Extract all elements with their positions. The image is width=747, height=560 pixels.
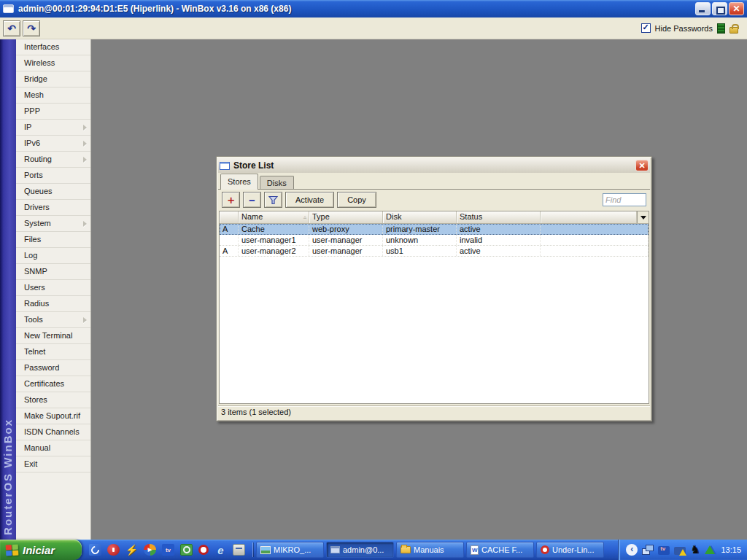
- brand-text: RouterOS WinBox: [1, 419, 14, 535]
- brand-strip: RouterOS WinBox: [0, 39, 16, 540]
- store-table: Name▵ Type Disk Status A Cache web-proxy…: [219, 211, 649, 404]
- tab-disks[interactable]: Disks: [260, 176, 294, 190]
- windows-media-player-icon[interactable]: [144, 544, 156, 556]
- column-header-flag[interactable]: [220, 211, 239, 223]
- store-list-toolbar: ＋ − Activate Copy: [218, 190, 650, 210]
- sidebar-item-queues[interactable]: Queues: [16, 184, 90, 200]
- activate-button[interactable]: Activate: [285, 192, 334, 208]
- sidebar-item-new-terminal[interactable]: New Terminal: [16, 328, 90, 344]
- tv-tuner-icon[interactable]: [658, 546, 670, 555]
- store-list-close-button[interactable]: ✕: [635, 160, 649, 171]
- main-titlebar: admin@00:01:29:94:D1:E5 (Hiperlink) - Wi…: [0, 0, 747, 18]
- opera-ring-icon[interactable]: [198, 545, 209, 555]
- column-header-disk[interactable]: Disk: [383, 211, 457, 223]
- sidebar-item-certificates[interactable]: Certificates: [16, 376, 90, 392]
- copy-button[interactable]: Copy: [337, 192, 376, 208]
- winamp-lightning-icon[interactable]: ⚡: [125, 544, 138, 556]
- store-list-window-icon: [220, 162, 230, 170]
- sidebar-item-exit[interactable]: Exit: [16, 456, 90, 472]
- sort-ascending-icon: ▵: [303, 214, 306, 220]
- quick-launch-bar: ⚡ e: [82, 544, 252, 556]
- tray-clock: 13:15: [721, 545, 741, 554]
- sidebar-item-users[interactable]: Users: [16, 280, 90, 296]
- tv-app-icon[interactable]: [162, 544, 174, 556]
- sidebar-item-make-supout[interactable]: Make Supout.rif: [16, 408, 90, 424]
- tab-stores[interactable]: Stores: [220, 174, 258, 190]
- internet-explorer-icon[interactable]: e: [214, 544, 227, 556]
- window-title: admin@00:01:29:94:D1:E5 (Hiperlink) - Wi…: [18, 4, 291, 14]
- filter-button[interactable]: [264, 192, 282, 208]
- sidebar-item-files[interactable]: Files: [16, 232, 90, 248]
- sidebar-item-log[interactable]: Log: [16, 248, 90, 264]
- submenu-arrow-icon: [83, 317, 87, 323]
- sidebar-item-isdn-channels[interactable]: ISDN Channels: [16, 424, 90, 440]
- store-list-titlebar[interactable]: Store List ✕: [218, 158, 650, 173]
- start-button-label: Iniciar: [23, 544, 55, 556]
- hide-passwords-label: Hide Passwords: [655, 24, 713, 33]
- column-header-status[interactable]: Status: [457, 211, 541, 223]
- msn-swirl-icon[interactable]: [89, 544, 101, 556]
- word-document-icon: [471, 545, 479, 555]
- column-chooser-dropdown[interactable]: [637, 211, 649, 223]
- sidebar-item-manual[interactable]: Manual: [16, 440, 90, 456]
- collapse-chevron-icon[interactable]: ‹: [626, 544, 638, 556]
- folder-icon: [400, 546, 411, 553]
- sidebar-item-mesh[interactable]: Mesh: [16, 88, 90, 104]
- store-table-header: Name▵ Type Disk Status: [220, 211, 649, 224]
- sidebar-item-telnet[interactable]: Telnet: [16, 344, 90, 360]
- undo-button[interactable]: ↶: [3, 20, 20, 36]
- sidebar-item-tools[interactable]: Tools: [16, 312, 90, 328]
- sidebar-item-password[interactable]: Password: [16, 360, 90, 376]
- main-toolbar: ↶ ↷ Hide Passwords: [0, 18, 747, 39]
- add-button[interactable]: ＋: [222, 192, 240, 208]
- task-button-mikro[interactable]: MIKRO_...: [256, 542, 324, 558]
- column-header-spacer: [541, 211, 637, 223]
- sidebar-item-radius[interactable]: Radius: [16, 296, 90, 312]
- hide-passwords-checkbox[interactable]: [641, 23, 651, 33]
- table-row[interactable]: A Cache web-proxy primary-master active: [220, 224, 649, 235]
- triangle-logo-icon[interactable]: [705, 545, 715, 554]
- sidebar-item-system[interactable]: System: [16, 216, 90, 232]
- column-header-type[interactable]: Type: [309, 211, 383, 223]
- show-desktop-icon[interactable]: [233, 544, 245, 556]
- sidebar-item-routing[interactable]: Routing: [16, 152, 90, 168]
- sidebar-item-bridge[interactable]: Bridge: [16, 71, 90, 88]
- sidebar-item-ppp[interactable]: PPP: [16, 104, 90, 120]
- sidebar-item-drivers[interactable]: Drivers: [16, 200, 90, 216]
- filter-funnel-icon: [268, 195, 278, 205]
- sidebar-item-stores[interactable]: Stores: [16, 392, 90, 408]
- sidebar-item-ipv6[interactable]: IPv6: [16, 136, 90, 152]
- animal-silhouette-icon[interactable]: ♞: [690, 545, 700, 555]
- sidebar-item-ports[interactable]: Ports: [16, 168, 90, 184]
- padlock-icon: [729, 27, 738, 34]
- find-input[interactable]: [603, 193, 646, 206]
- start-button[interactable]: Iniciar: [0, 540, 82, 560]
- network-warning-icon[interactable]: [674, 547, 686, 555]
- task-button-cache[interactable]: CACHE F...: [466, 542, 534, 558]
- task-button-manuais[interactable]: Manuais: [396, 542, 464, 558]
- store-list-title: Store List: [233, 160, 274, 171]
- sidebar-item-snmp[interactable]: SNMP: [16, 264, 90, 280]
- media-player-red-icon[interactable]: [107, 544, 120, 556]
- network-connections-icon[interactable]: [642, 545, 654, 555]
- table-row[interactable]: A user-manager2 user-manager usb1 active: [220, 246, 649, 257]
- task-button-underlin[interactable]: Under-Lin...: [536, 542, 604, 558]
- column-header-name[interactable]: Name▵: [239, 211, 309, 223]
- redo-button[interactable]: ↷: [23, 20, 40, 36]
- sidebar-item-wireless[interactable]: Wireless: [16, 55, 90, 71]
- submenu-arrow-icon: [83, 221, 87, 227]
- task-buttons: MIKRO_... admin@0... Manuais CACHE F... …: [253, 542, 604, 558]
- sidebar-item-ip[interactable]: IP: [16, 120, 90, 136]
- remove-button[interactable]: −: [243, 192, 261, 208]
- restore-button[interactable]: [712, 2, 727, 15]
- store-list-tabs: Stores Disks: [218, 173, 650, 190]
- sidebar-item-interfaces[interactable]: Interfaces: [16, 39, 90, 55]
- close-button[interactable]: [729, 2, 744, 15]
- traffic-indicator-icon: [717, 23, 725, 34]
- table-row[interactable]: user-manager1 user-manager unknown inval…: [220, 235, 649, 246]
- task-button-winbox[interactable]: admin@0...: [326, 542, 394, 558]
- desktop-search-icon[interactable]: [180, 544, 193, 556]
- windows-flag-icon: [6, 544, 19, 556]
- minimize-button[interactable]: [695, 2, 711, 15]
- taskbar: Iniciar ⚡ e MIKRO_... admin@0... Manuais…: [0, 540, 747, 560]
